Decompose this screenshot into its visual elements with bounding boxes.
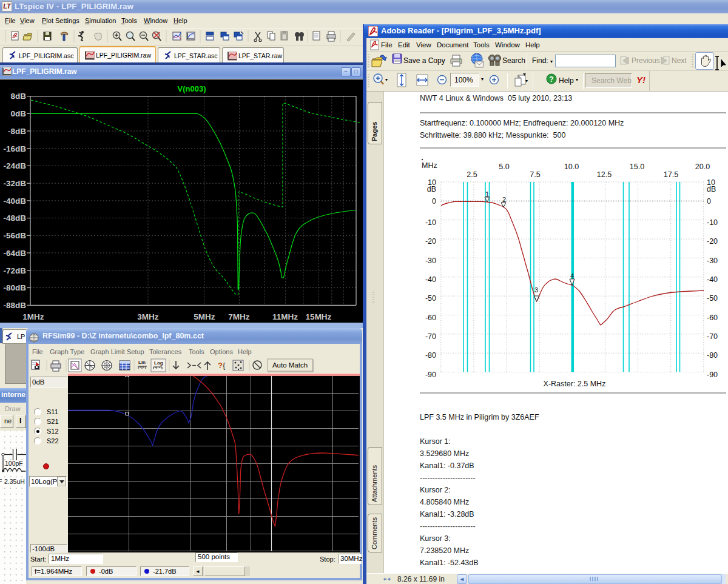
svg-text:?: ? — [549, 75, 553, 84]
svg-text:?: ? — [218, 361, 223, 370]
svg-text:-40: -40 — [707, 275, 718, 284]
svg-text:-60: -60 — [707, 314, 718, 322]
svg-text:-80dB: -80dB — [3, 283, 26, 292]
svg-text:5.0: 5.0 — [499, 163, 509, 171]
svg-text:1MHz: 1MHz — [22, 312, 44, 321]
svg-text:-64dB: -64dB — [3, 249, 26, 258]
svg-text:dB: dB — [707, 185, 716, 193]
svg-text:-70: -70 — [425, 332, 436, 341]
svg-text:dB: dB — [427, 185, 436, 193]
svg-text:20.0: 20.0 — [695, 163, 710, 171]
svg-text:V(n003): V(n003) — [178, 84, 206, 93]
svg-text:11MHz: 11MHz — [272, 312, 298, 321]
svg-text:3: 3 — [534, 286, 538, 294]
svg-text:100pF: 100pF — [5, 460, 23, 467]
svg-text:-80: -80 — [707, 351, 718, 360]
svg-text:15.0: 15.0 — [630, 163, 644, 171]
svg-text:-40: -40 — [425, 275, 436, 284]
svg-text:-90: -90 — [707, 371, 718, 379]
svg-text:-20: -20 — [425, 237, 436, 246]
svg-text:-70: -70 — [707, 332, 718, 341]
svg-text:3MHz: 3MHz — [137, 312, 159, 321]
svg-text:-60: -60 — [425, 314, 436, 322]
svg-text:-90: -90 — [425, 371, 436, 379]
svg-text:-20: -20 — [707, 237, 718, 246]
svg-text:Auto Match: Auto Match — [272, 361, 308, 369]
svg-text:-50: -50 — [425, 294, 436, 303]
svg-text:-32dB: -32dB — [3, 179, 26, 188]
svg-text:-50: -50 — [707, 294, 718, 303]
svg-text:MHz: MHz — [422, 161, 437, 170]
svg-text:-10: -10 — [707, 218, 718, 227]
svg-text:7MHz: 7MHz — [228, 312, 250, 321]
svg-text:4: 4 — [570, 272, 574, 280]
svg-text:X-Raster: 2.5 MHz: X-Raster: 2.5 MHz — [544, 380, 606, 388]
svg-text:0: 0 — [707, 197, 711, 206]
svg-text:0: 0 — [432, 197, 436, 206]
svg-text:10.0: 10.0 — [564, 163, 579, 171]
svg-text:17.5: 17.5 — [664, 170, 678, 179]
svg-text:8dB: 8dB — [10, 92, 26, 101]
svg-text:-80: -80 — [425, 351, 436, 360]
svg-text:2.35uH: 2.35uH — [4, 478, 25, 485]
svg-text:Lin: Lin — [138, 360, 146, 365]
svg-text:-56dB: -56dB — [3, 231, 26, 240]
svg-text:F: F — [0, 478, 2, 485]
svg-text:2.5: 2.5 — [467, 170, 477, 179]
svg-text:-72dB: -72dB — [3, 266, 26, 275]
svg-text:12.5: 12.5 — [597, 170, 612, 179]
svg-text:-16dB: -16dB — [3, 144, 26, 153]
svg-text:2: 2 — [502, 196, 506, 203]
svg-text:7.5: 7.5 — [530, 170, 540, 179]
svg-text:5MHz: 5MHz — [194, 312, 215, 321]
svg-text:-48dB: -48dB — [3, 213, 26, 223]
svg-text:-30: -30 — [707, 257, 718, 265]
svg-text:-10: -10 — [425, 218, 436, 227]
svg-text:15MHz: 15MHz — [306, 312, 332, 321]
svg-text:Log: Log — [154, 360, 163, 366]
svg-text:-8dB: -8dB — [8, 127, 26, 136]
svg-text:-40dB: -40dB — [3, 196, 26, 206]
svg-text:0dB: 0dB — [10, 109, 26, 118]
svg-text:{: { — [223, 361, 226, 370]
svg-text:-88dB: -88dB — [3, 301, 26, 310]
svg-text:1: 1 — [485, 190, 489, 198]
svg-text:-30: -30 — [425, 257, 436, 265]
svg-text:-24dB: -24dB — [3, 161, 26, 170]
